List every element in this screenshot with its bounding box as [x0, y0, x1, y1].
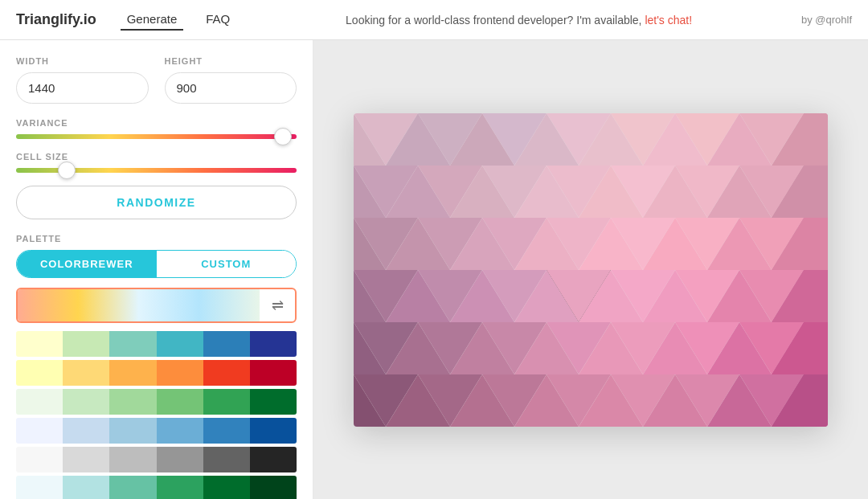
promo-text: Looking for a world-class frontend devel… — [346, 14, 645, 27]
randomize-button[interactable]: RANDOMIZE — [16, 186, 297, 219]
palette-swatch — [157, 360, 203, 386]
palette-swatch — [109, 360, 156, 386]
palette-swatch — [250, 389, 297, 415]
variance-thumb[interactable] — [274, 128, 292, 145]
palette-swatch — [63, 360, 109, 386]
height-input[interactable] — [165, 72, 297, 104]
byline: by @qrohlf — [801, 14, 852, 26]
palette-swatch — [63, 389, 109, 415]
cell-size-section: CELL SIZE — [16, 152, 297, 173]
preview-canvas — [354, 113, 828, 427]
tab-colorbrewer[interactable]: COLORBREWER — [17, 251, 157, 277]
palette-swatch — [63, 476, 109, 499]
palette-swatch — [250, 331, 297, 357]
palette-swatch — [109, 389, 156, 415]
palette-swatch — [63, 447, 109, 472]
tab-custom[interactable]: CustoM — [157, 251, 297, 277]
trianglify-svg — [354, 113, 828, 427]
palette-swatch — [63, 331, 109, 357]
variance-section: VARIANCE — [16, 118, 297, 139]
shuffle-icon: ⇌ — [272, 297, 284, 314]
dimensions-row: WIDTH HEIGHT — [16, 56, 297, 104]
width-group: WIDTH — [16, 56, 149, 104]
palette-row[interactable] — [16, 389, 297, 415]
palette-swatch — [16, 389, 63, 415]
width-input[interactable] — [16, 72, 149, 104]
palette-swatch — [203, 476, 250, 499]
cell-size-label: CELL SIZE — [16, 152, 297, 162]
palette-swatch — [109, 476, 156, 499]
height-label: HEIGHT — [165, 56, 297, 66]
shuffle-button[interactable]: ⇌ — [260, 288, 295, 323]
height-group: HEIGHT — [165, 56, 297, 104]
width-label: WIDTH — [16, 56, 149, 66]
palette-swatch — [16, 360, 63, 386]
palette-swatch — [16, 418, 63, 444]
palette-swatch — [203, 418, 250, 444]
palette-row[interactable] — [16, 331, 297, 357]
palette-row[interactable] — [16, 447, 297, 472]
nav-faq[interactable]: FAQ — [199, 9, 236, 31]
palette-section: PALETTE COLORBREWER CustoM ⇌ — [16, 234, 297, 499]
controls-panel: WIDTH HEIGHT VARIANCE CELL SIZE RANDOMIZ… — [0, 40, 313, 499]
palette-swatch — [203, 360, 250, 386]
palette-swatch — [250, 447, 297, 472]
palette-swatch — [109, 418, 156, 444]
nav-generate[interactable]: Generate — [121, 9, 184, 31]
palette-swatch — [16, 476, 63, 499]
variance-label: VARIANCE — [16, 118, 297, 128]
cell-size-track[interactable] — [16, 168, 297, 173]
palette-swatch — [109, 447, 156, 472]
palette-swatch — [63, 418, 109, 444]
palette-swatch — [203, 331, 250, 357]
palette-swatch — [203, 447, 250, 472]
palette-swatch — [157, 331, 203, 357]
cell-size-thumb[interactable] — [58, 162, 76, 179]
header: Trianglify.io Generate FAQ Looking for a… — [0, 0, 868, 40]
palette-swatch — [250, 360, 297, 386]
active-palette-gradient — [18, 289, 260, 321]
palette-swatch — [16, 331, 63, 357]
active-palette-row[interactable]: ⇌ — [16, 288, 297, 323]
palette-swatch — [109, 331, 156, 357]
palette-row[interactable] — [16, 360, 297, 386]
variance-track[interactable] — [16, 134, 297, 139]
palette-grid — [16, 331, 297, 499]
palette-swatch — [157, 447, 203, 472]
preview-panel — [313, 40, 868, 499]
main-content: WIDTH HEIGHT VARIANCE CELL SIZE RANDOMIZ… — [0, 40, 868, 499]
promo-banner: Looking for a world-class frontend devel… — [260, 14, 777, 27]
palette-swatch — [157, 389, 203, 415]
logo: Trianglify.io — [16, 11, 96, 28]
palette-swatch — [203, 389, 250, 415]
palette-label: PALETTE — [16, 234, 297, 243]
palette-tabs: COLORBREWER CustoM — [16, 250, 297, 278]
promo-link[interactable]: let's chat! — [645, 14, 692, 27]
palette-swatch — [250, 476, 297, 499]
palette-row[interactable] — [16, 418, 297, 444]
palette-row[interactable] — [16, 476, 297, 499]
palette-swatch — [157, 418, 203, 444]
palette-swatch — [157, 476, 203, 499]
navigation: Generate FAQ — [121, 9, 237, 31]
palette-swatch — [16, 447, 63, 472]
palette-swatch — [250, 418, 297, 444]
